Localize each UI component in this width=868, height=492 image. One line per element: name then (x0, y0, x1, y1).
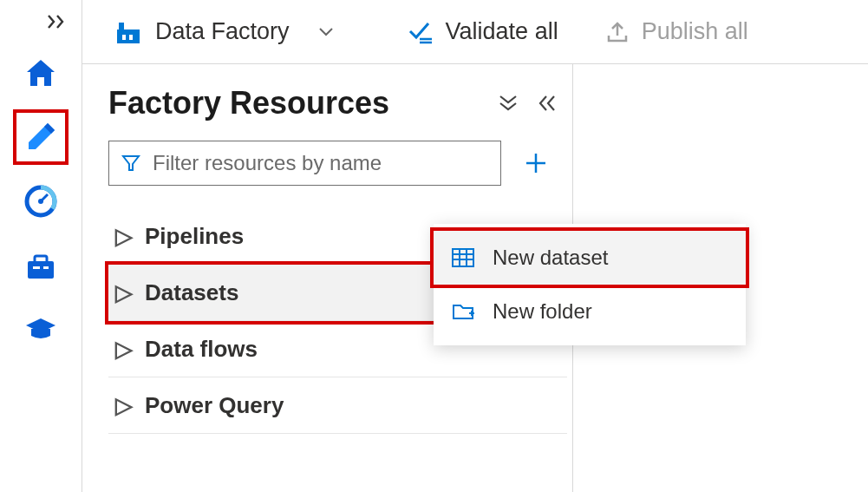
filter-box[interactable] (108, 141, 501, 186)
triangle-right-icon: ▷ (115, 279, 129, 306)
svg-rect-9 (119, 23, 124, 31)
chevron-down-icon (317, 26, 335, 38)
svg-rect-6 (33, 266, 40, 269)
service-label: Data Factory (155, 18, 290, 45)
svg-rect-7 (43, 266, 49, 269)
publish-all-label: Publish all (642, 18, 748, 45)
triangle-right-icon: ▷ (115, 223, 129, 250)
home-icon (23, 55, 59, 91)
svg-marker-15 (123, 156, 139, 170)
nav-learn[interactable] (16, 305, 65, 354)
menu-new-dataset[interactable]: New dataset (434, 231, 746, 285)
svg-point-3 (38, 199, 43, 204)
tree-item-label: Datasets (145, 279, 238, 306)
validate-all-button[interactable]: Validate all (408, 18, 558, 45)
pencil-icon (22, 118, 60, 156)
toolbox-icon (23, 247, 59, 284)
filter-icon (121, 154, 140, 173)
collapse-pane-button[interactable] (538, 94, 557, 113)
collapse-rail-button[interactable] (47, 7, 82, 33)
service-selector[interactable]: Data Factory (114, 17, 335, 47)
tree-item-label: Power Query (145, 392, 284, 419)
datasets-context-menu: New dataset New folder (434, 224, 746, 345)
validate-all-label: Validate all (446, 18, 558, 45)
gauge-icon (23, 183, 59, 220)
dataset-icon (451, 246, 475, 269)
tree-item-label: Data flows (145, 336, 258, 363)
tree-item-power-query[interactable]: ▷ Power Query (108, 377, 567, 434)
svg-rect-10 (122, 35, 126, 40)
menu-item-label: New folder (493, 299, 592, 324)
top-toolbar: Data Factory Validate all (82, 0, 868, 64)
chevron-double-down-icon (498, 94, 519, 113)
folder-plus-icon (451, 300, 475, 323)
data-factory-icon (114, 17, 143, 47)
upload-icon (605, 20, 630, 44)
nav-manage[interactable] (16, 241, 65, 290)
chevron-double-left-icon (538, 94, 557, 113)
add-resource-button[interactable] (519, 146, 553, 180)
nav-author[interactable] (16, 113, 65, 161)
svg-rect-5 (35, 256, 47, 263)
graduation-cap-icon (23, 312, 59, 348)
svg-rect-18 (453, 249, 473, 266)
plus-icon (523, 150, 549, 176)
validate-icon (408, 20, 434, 44)
filter-input[interactable] (153, 151, 488, 175)
left-nav-rail (0, 0, 82, 492)
factory-resources-title: Factory Resources (108, 85, 389, 121)
triangle-right-icon: ▷ (115, 392, 129, 419)
publish-all-button[interactable]: Publish all (605, 18, 748, 45)
menu-item-label: New dataset (493, 246, 608, 270)
nav-home[interactable] (16, 49, 65, 97)
triangle-right-icon: ▷ (115, 336, 129, 363)
svg-rect-11 (129, 35, 133, 40)
expand-all-button[interactable] (498, 94, 519, 113)
nav-monitor[interactable] (16, 177, 65, 226)
chevron-double-right-icon (47, 14, 69, 30)
svg-rect-8 (117, 30, 140, 43)
menu-new-folder[interactable]: New folder (434, 285, 746, 338)
tree-item-label: Pipelines (145, 223, 244, 250)
